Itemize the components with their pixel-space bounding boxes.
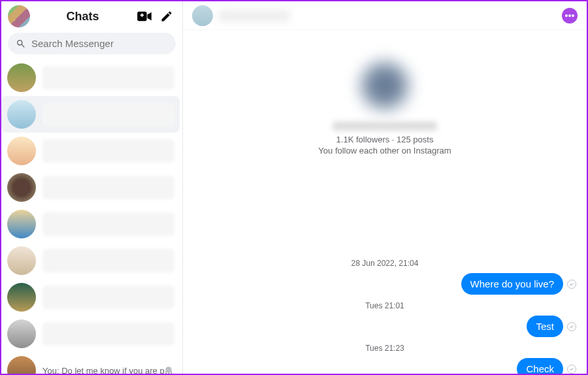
chat-preview-blurred [42, 139, 174, 163]
chat-list-item[interactable] [1, 133, 180, 169]
contact-followers-posts: 1.1K followers · 125 posts [336, 135, 434, 144]
conversation-actions [562, 8, 578, 24]
chat-preview-blurred [42, 212, 174, 236]
chat-preview-blurred [42, 322, 174, 346]
search-container [1, 31, 182, 59]
chat-preview-wrap: You: Do let me know if you are pla...· 1… [42, 366, 174, 374]
chat-list-item[interactable] [1, 279, 180, 316]
search-icon [16, 39, 26, 49]
message-row-sent: Test [193, 316, 576, 337]
chat-preview-blurred [42, 176, 174, 199]
svg-rect-2 [142, 14, 143, 17]
contact-profile-name [333, 122, 437, 131]
chat-list-item[interactable] [1, 242, 180, 279]
message-bubble[interactable]: Check [517, 358, 563, 374]
contact-profile-pic[interactable] [355, 56, 414, 115]
contact-avatar[interactable] [192, 5, 213, 26]
chat-list-item[interactable] [1, 316, 180, 352]
chat-preview-blurred [42, 285, 174, 309]
chat-preview: You: Do let me know if you are pla...· 1… [42, 366, 174, 374]
chat-preview-blurred [42, 103, 174, 126]
search-input[interactable] [31, 38, 168, 49]
conversation-info-icon[interactable] [562, 8, 578, 24]
chat-avatar [7, 246, 36, 275]
sidebar-actions [135, 7, 176, 25]
svg-point-4 [568, 14, 571, 17]
chat-avatar [7, 137, 36, 165]
chat-list-item[interactable] [1, 169, 180, 206]
chat-avatar [7, 63, 36, 92]
search-box[interactable] [8, 33, 176, 54]
message-timestamp: Tues 21:01 [193, 301, 576, 310]
sidebar-header: Chats [1, 1, 182, 31]
conversation-panel: 1.1K followers · 125 posts You follow ea… [183, 1, 587, 374]
chat-avatar [7, 100, 36, 129]
conversation-body[interactable]: 1.1K followers · 125 posts You follow ea… [183, 30, 587, 374]
new-room-icon[interactable] [135, 7, 154, 25]
message-status-icon [567, 365, 576, 374]
contact-name[interactable] [218, 10, 290, 22]
message-bubble[interactable]: Where do you live? [461, 273, 563, 295]
chat-list-item[interactable] [1, 96, 180, 133]
message-status-icon [567, 280, 576, 289]
message-row-sent: Check [193, 358, 576, 374]
contact-relation: You follow each other on Instagram [318, 146, 451, 155]
message-row-sent: Where do you live? [193, 273, 576, 295]
chat-list[interactable]: You: Do let me know if you are pla...· 1… [1, 59, 182, 374]
chat-avatar [7, 210, 36, 238]
sidebar-title: Chats [35, 10, 130, 24]
message-timestamp: 28 Jun 2022, 21:04 [193, 259, 576, 268]
chat-list-item[interactable] [1, 59, 180, 96]
compose-icon[interactable] [157, 7, 176, 25]
chat-preview-blurred [42, 249, 174, 272]
mute-icon [164, 366, 173, 374]
contact-profile-block: 1.1K followers · 125 posts You follow ea… [193, 37, 576, 155]
message-timestamp: Tues 21:23 [193, 344, 576, 353]
svg-point-3 [565, 14, 568, 17]
sidebar: Chats You: Do let me know if you are pla… [1, 1, 183, 374]
chat-avatar [7, 356, 36, 374]
chat-avatar [7, 319, 36, 348]
chat-preview-blurred [42, 66, 174, 90]
message-status-icon [567, 322, 576, 331]
svg-point-5 [572, 14, 574, 17]
message-bubble[interactable]: Test [527, 316, 563, 337]
my-avatar[interactable] [8, 5, 30, 27]
chat-avatar [7, 173, 36, 202]
chat-list-item[interactable]: You: Do let me know if you are pla...· 1… [1, 352, 180, 374]
conversation-header [183, 1, 587, 30]
chat-list-item[interactable] [1, 206, 180, 242]
chat-avatar [7, 283, 36, 312]
